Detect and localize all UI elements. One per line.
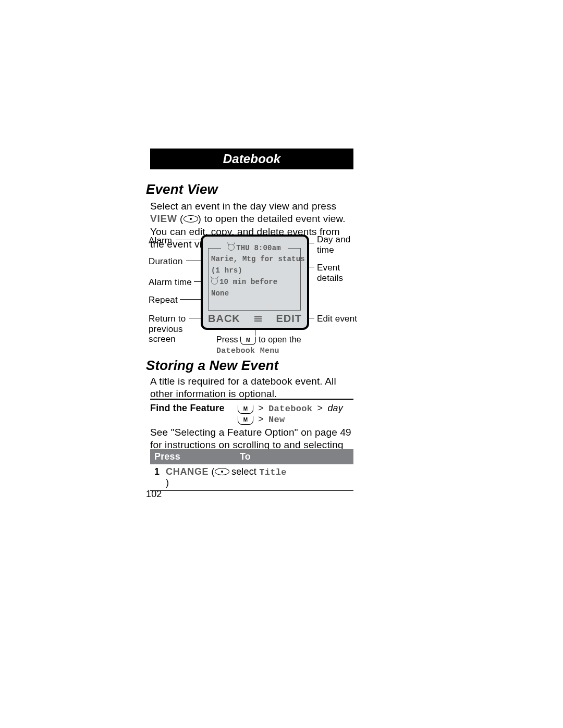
- menu-key-icon: M: [240, 337, 256, 345]
- table-row: 1 CHANGE () select Title: [150, 464, 353, 491]
- menu-icon: [254, 316, 262, 322]
- label-repeat: Repeat: [149, 295, 178, 305]
- screen-title: Marie, Mtg for status: [211, 255, 298, 263]
- back-softkey: BACK: [208, 313, 240, 325]
- diagram-caption: Press M to open the Datebook Menu: [216, 335, 326, 356]
- press-to-table: Press To 1 CHANGE () select Title: [150, 449, 353, 491]
- view-key-word: VIEW: [150, 213, 177, 224]
- datebook-menu-text: Datebook Menu: [216, 347, 279, 355]
- text: Press: [216, 335, 240, 344]
- screen-duration: (1 hrs): [211, 266, 298, 275]
- nav-new: New: [268, 415, 285, 425]
- press-cell: CHANGE (): [166, 466, 231, 488]
- text: to open the: [256, 335, 301, 344]
- label-alarm: Alarm: [149, 236, 172, 246]
- chapter-title: Datebook: [223, 152, 281, 166]
- alarm-icon: [211, 278, 218, 285]
- phone-screen-diagram: Alarm Duration Alarm time Repeat Return …: [149, 235, 357, 354]
- label-alarm-time: Alarm time: [149, 277, 192, 288]
- find-feature-label: Find the Feature: [150, 403, 228, 425]
- hdr-press: Press: [150, 449, 236, 464]
- step-number: 1: [154, 466, 166, 488]
- nav-day: day: [327, 403, 343, 413]
- gt: >: [258, 414, 264, 424]
- menu-key-icon: M: [238, 405, 253, 414]
- text: 10 min before: [219, 278, 277, 286]
- label-details: Event details: [317, 263, 359, 283]
- softkey-icon: [215, 468, 229, 475]
- text: THU 8:00am: [236, 244, 281, 252]
- change-word: CHANGE: [166, 466, 209, 477]
- label-daytime: Day and time: [317, 235, 359, 255]
- find-the-feature: Find the Feature M > Datebook > day M > …: [150, 399, 353, 428]
- hdr-to: To: [236, 449, 353, 464]
- nav-path: M > Datebook > day M > New: [238, 403, 343, 425]
- nav-datebook: Datebook: [268, 404, 312, 414]
- to-cell: select Title: [231, 466, 349, 488]
- table-header: Press To: [150, 449, 353, 464]
- storing-paragraph: A title is required for a datebook event…: [150, 375, 354, 401]
- text: select: [231, 466, 259, 477]
- heading-event-view: Event View: [146, 181, 218, 198]
- menu-key-icon: M: [238, 416, 253, 425]
- alarm-icon: [228, 244, 235, 251]
- screen-alarm: 10 min before: [211, 278, 298, 286]
- edit-softkey: EDIT: [276, 313, 302, 325]
- screen-daytime: THU 8:00am: [221, 244, 288, 252]
- title-code: Title: [259, 467, 287, 477]
- screen-repeat: None: [211, 289, 298, 298]
- screen-inner: THU 8:00am Marie, Mtg for status (1 hrs)…: [208, 248, 301, 311]
- softkey-row: BACK EDIT: [203, 313, 307, 325]
- softkey-icon: [183, 215, 198, 223]
- page-number: 102: [146, 489, 162, 500]
- label-edit: Edit event: [317, 314, 359, 324]
- text: Select an event in the day view and pres…: [150, 201, 336, 212]
- gt: >: [317, 403, 323, 413]
- gt: >: [258, 403, 264, 413]
- phone-screen: THU 8:00am Marie, Mtg for status (1 hrs)…: [201, 235, 309, 330]
- heading-storing: Storing a New Event: [146, 357, 278, 374]
- chapter-banner: Datebook: [150, 149, 353, 169]
- label-duration: Duration: [149, 256, 183, 267]
